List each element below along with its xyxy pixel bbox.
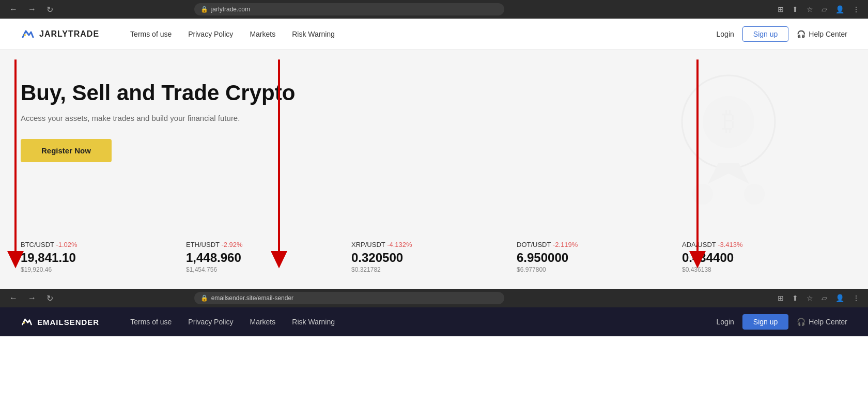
crypto-price-ada: 0.434400 bbox=[682, 251, 847, 265]
bottom-headset-icon: 🎧 bbox=[797, 318, 805, 326]
crypto-usd-eth: $1,454.756 bbox=[186, 266, 351, 273]
browser-chrome-bottom: ← → ↻ 🔒 emailsender.site/email-sender ⊞ … bbox=[0, 289, 868, 307]
register-now-button[interactable]: Register Now bbox=[21, 139, 112, 162]
crypto-pair-dot: DOT/USDT -2.119% bbox=[517, 241, 682, 248]
emailsender-logo-icon bbox=[21, 316, 33, 328]
forward-button[interactable]: → bbox=[25, 4, 39, 15]
bottom-nav-privacy[interactable]: Privacy Policy bbox=[188, 318, 233, 326]
crypto-ticker: BTC/USDT -1.02% 19,841.10 $19,920.46 ETH… bbox=[0, 225, 868, 289]
bottom-header-right: Login Sign up 🎧 Help Center bbox=[717, 314, 847, 330]
crypto-change-xrp: -4.132% bbox=[387, 241, 412, 248]
crypto-item-eth: ETH/USDT -2.92% 1,448.960 $1,454.756 bbox=[186, 241, 351, 273]
crypto-usd-btc: $19,920.46 bbox=[21, 266, 186, 273]
bottom-forward-button[interactable]: → bbox=[25, 292, 39, 304]
crypto-change-ada: -3.413% bbox=[718, 241, 742, 248]
crypto-item-btc: BTC/USDT -1.02% 19,841.10 $19,920.46 bbox=[21, 241, 186, 273]
crypto-change-eth: -2.92% bbox=[221, 241, 242, 248]
emailsender-logo-text: EMAILSENDER bbox=[37, 318, 99, 326]
crypto-item-dot: DOT/USDT -2.119% 6.950000 $6.977800 bbox=[517, 241, 682, 273]
bottom-menu-icon[interactable]: ⋮ bbox=[850, 293, 862, 303]
bottom-translate-icon[interactable]: ⊞ bbox=[776, 293, 786, 303]
crypto-price-xrp: 0.320500 bbox=[351, 251, 517, 265]
bottom-reload-button[interactable]: ↻ bbox=[43, 292, 56, 304]
reload-button[interactable]: ↻ bbox=[43, 4, 56, 15]
menu-icon[interactable]: ⋮ bbox=[850, 4, 862, 14]
bottom-login-button[interactable]: Login bbox=[717, 318, 734, 326]
crypto-pair-ada: ADA/USDT -3.413% bbox=[682, 241, 847, 248]
back-button[interactable]: ← bbox=[6, 4, 21, 15]
help-center-label: Help Center bbox=[809, 30, 847, 38]
main-nav: Terms of use Privacy Policy Markets Risk… bbox=[130, 30, 716, 38]
bottom-back-button[interactable]: ← bbox=[6, 292, 21, 304]
crypto-pair-eth: ETH/USDT -2.92% bbox=[186, 241, 351, 248]
hero-bg-icon: ₿ bbox=[651, 60, 806, 215]
bottom-help-center-label: Help Center bbox=[809, 318, 847, 326]
bottom-nav-risk[interactable]: Risk Warning bbox=[292, 318, 335, 326]
crypto-usd-dot: $6.977800 bbox=[517, 266, 682, 273]
crypto-price-eth: 1,448.960 bbox=[186, 251, 351, 265]
svg-point-5 bbox=[744, 184, 765, 205]
crypto-price-btc: 19,841.10 bbox=[21, 251, 186, 265]
hero-section: ₿ Buy, Sell and Trade Crypto Access your… bbox=[0, 50, 868, 225]
logo-text: JARLYTRADE bbox=[39, 29, 99, 39]
address-bar[interactable]: 🔒 jarlytrade.com bbox=[194, 3, 504, 15]
bottom-url-text: emailsender.site/email-sender bbox=[211, 294, 293, 302]
headset-icon: 🎧 bbox=[797, 30, 805, 38]
bottom-browser-actions: ⊞ ⬆ ☆ ▱ 👤 ⋮ bbox=[776, 293, 862, 303]
header-right: Login Sign up 🎧 Help Center bbox=[717, 26, 847, 42]
crypto-change-dot: -2.119% bbox=[553, 241, 578, 248]
bottom-window-icon[interactable]: ▱ bbox=[819, 293, 829, 303]
browser-chrome-top: ← → ↻ 🔒 jarlytrade.com ⊞ ⬆ ☆ ▱ 👤 ⋮ bbox=[0, 0, 868, 19]
bottom-signup-button[interactable]: Sign up bbox=[742, 314, 788, 330]
site-content-area: JARLYTRADE Terms of use Privacy Policy M… bbox=[0, 19, 868, 289]
share-icon[interactable]: ⬆ bbox=[790, 4, 800, 14]
site-header: JARLYTRADE Terms of use Privacy Policy M… bbox=[0, 19, 868, 50]
bottom-bookmark-icon[interactable]: ☆ bbox=[804, 293, 815, 303]
logo-icon bbox=[21, 27, 35, 41]
logo-area: JARLYTRADE bbox=[21, 27, 99, 41]
help-center[interactable]: 🎧 Help Center bbox=[797, 30, 847, 38]
bottom-share-icon[interactable]: ⬆ bbox=[790, 293, 800, 303]
crypto-usd-ada: $0.436138 bbox=[682, 266, 847, 273]
bottom-nav-markets[interactable]: Markets bbox=[250, 318, 275, 326]
svg-point-0 bbox=[24, 34, 26, 36]
translate-icon[interactable]: ⊞ bbox=[776, 4, 786, 14]
nav-markets[interactable]: Markets bbox=[250, 30, 275, 38]
bottom-nav-terms[interactable]: Terms of use bbox=[130, 318, 172, 326]
profile-icon[interactable]: 👤 bbox=[833, 4, 846, 14]
nav-risk[interactable]: Risk Warning bbox=[292, 30, 335, 38]
hero-title: Buy, Sell and Trade Crypto bbox=[21, 81, 331, 105]
login-button[interactable]: Login bbox=[717, 30, 734, 38]
crypto-pair-btc: BTC/USDT -1.02% bbox=[21, 241, 186, 248]
signup-button[interactable]: Sign up bbox=[742, 26, 788, 42]
svg-point-4 bbox=[692, 184, 713, 205]
window-icon[interactable]: ▱ bbox=[819, 4, 829, 14]
bottom-lock-icon: 🔒 bbox=[200, 294, 208, 302]
nav-privacy[interactable]: Privacy Policy bbox=[188, 30, 233, 38]
crypto-item-ada: ADA/USDT -3.413% 0.434400 $0.436138 bbox=[682, 241, 847, 273]
nav-terms[interactable]: Terms of use bbox=[130, 30, 172, 38]
crypto-price-dot: 6.950000 bbox=[517, 251, 682, 265]
crypto-change-btc: -1.02% bbox=[56, 241, 77, 248]
bookmark-icon[interactable]: ☆ bbox=[804, 4, 815, 14]
bottom-profile-icon[interactable]: 👤 bbox=[833, 293, 846, 303]
crypto-item-xrp: XRP/USDT -4.132% 0.320500 $0.321782 bbox=[351, 241, 517, 273]
bottom-help-center[interactable]: 🎧 Help Center bbox=[797, 318, 847, 326]
crypto-pair-xrp: XRP/USDT -4.132% bbox=[351, 241, 517, 248]
url-text: jarlytrade.com bbox=[211, 6, 250, 13]
emailsender-bar: EMAILSENDER Terms of use Privacy Policy … bbox=[0, 307, 868, 336]
bottom-logo-area: EMAILSENDER bbox=[21, 316, 99, 328]
svg-point-12 bbox=[23, 322, 25, 323]
bottom-address-bar[interactable]: 🔒 emailsender.site/email-sender bbox=[194, 292, 504, 304]
crypto-usd-xrp: $0.321782 bbox=[351, 266, 517, 273]
svg-text:₿: ₿ bbox=[722, 106, 735, 135]
bottom-main-nav: Terms of use Privacy Policy Markets Risk… bbox=[130, 318, 716, 326]
browser-actions: ⊞ ⬆ ☆ ▱ 👤 ⋮ bbox=[776, 4, 862, 14]
lock-icon: 🔒 bbox=[200, 6, 208, 13]
